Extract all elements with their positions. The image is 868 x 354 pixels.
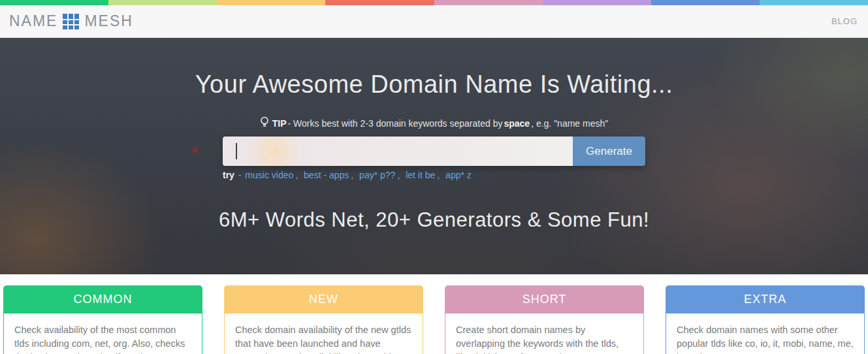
try-dash: - [238, 170, 242, 180]
card-description: Check domain availability of the new gtl… [235, 323, 412, 354]
stripe-segment [543, 0, 651, 5]
hero-section: Your Awesome Domain Name Is Waiting... T… [0, 38, 868, 274]
tip-line: TIP - Works best with 2-3 domain keyword… [260, 116, 608, 130]
feature-card-common: COMMON Check availability of the most co… [3, 285, 202, 354]
try-link-let-it-be[interactable]: let it be [406, 170, 435, 180]
stripe-segment [760, 0, 868, 5]
lightbulb-icon [260, 116, 269, 130]
tip-bold-word: space [504, 118, 530, 129]
feature-card-short: SHORT Create short domain names by overl… [445, 285, 644, 354]
card-description: Check domain names with some other popul… [677, 323, 854, 354]
feature-card-extra: EXTRA Check domain names with some other… [666, 285, 865, 354]
blog-link[interactable]: BLOG [831, 16, 858, 26]
stripe-segment [434, 0, 543, 5]
feature-card-new: NEW Check domain availability of the new… [224, 285, 423, 354]
stripe-segment [108, 0, 217, 5]
try-separator: , [295, 170, 298, 180]
try-link-pay-p[interactable]: pay* p?? [359, 170, 395, 180]
stripe-segment [325, 0, 434, 5]
hero-title: Your Awesome Domain Name Is Waiting... [195, 71, 673, 99]
logo-text-mesh: MESH [84, 12, 133, 30]
tip-text-after: , e.g. "name mesh" [531, 118, 608, 129]
text-cursor [236, 143, 237, 159]
card-body: Create short domain names by overlapping… [445, 314, 644, 354]
card-title-extra: EXTRA [666, 285, 865, 314]
try-link-music-video[interactable]: music video [245, 170, 293, 180]
try-link-best-apps[interactable]: best - apps [304, 170, 349, 180]
card-body: Check domain names with some other popul… [666, 314, 865, 354]
hero-subtitle: 6M+ Words Net, 20+ Generators & Some Fun… [219, 208, 649, 232]
try-separator: , [351, 170, 353, 180]
tip-text: - Works best with 2-3 domain keywords se… [288, 118, 503, 129]
try-separator: , [397, 170, 400, 180]
top-color-stripe [0, 0, 868, 5]
card-body: Check domain availability of the new gtl… [224, 314, 423, 354]
logo-grid-icon [63, 14, 79, 29]
card-title-common: COMMON [3, 285, 202, 314]
keyword-input[interactable] [223, 137, 573, 166]
site-header: NAME MESH BLOG [0, 5, 868, 38]
tip-label: TIP [272, 118, 287, 129]
card-description: Check availability of the most common tl… [14, 323, 191, 354]
generate-button[interactable]: Generate [573, 137, 645, 166]
card-title-new: NEW [224, 285, 423, 314]
try-link-app-z[interactable]: app* z [445, 170, 472, 180]
card-description: Create short domain names by overlapping… [456, 323, 633, 354]
card-body: Check availability of the most common tl… [3, 314, 202, 354]
logo[interactable]: NAME MESH [9, 12, 133, 30]
card-title-short: SHORT [445, 285, 644, 314]
stripe-segment [651, 0, 760, 5]
keyword-input-wrap[interactable] [223, 137, 573, 166]
try-label: try [223, 170, 234, 180]
stripe-segment [0, 0, 108, 5]
stripe-segment [217, 0, 325, 5]
feature-cards: COMMON Check availability of the most co… [0, 274, 868, 354]
search-row: Generate [223, 137, 645, 166]
logo-text-name: NAME [9, 12, 57, 30]
try-separator: , [437, 170, 440, 180]
try-examples: try - music video, best - apps, pay* p??… [223, 170, 645, 180]
